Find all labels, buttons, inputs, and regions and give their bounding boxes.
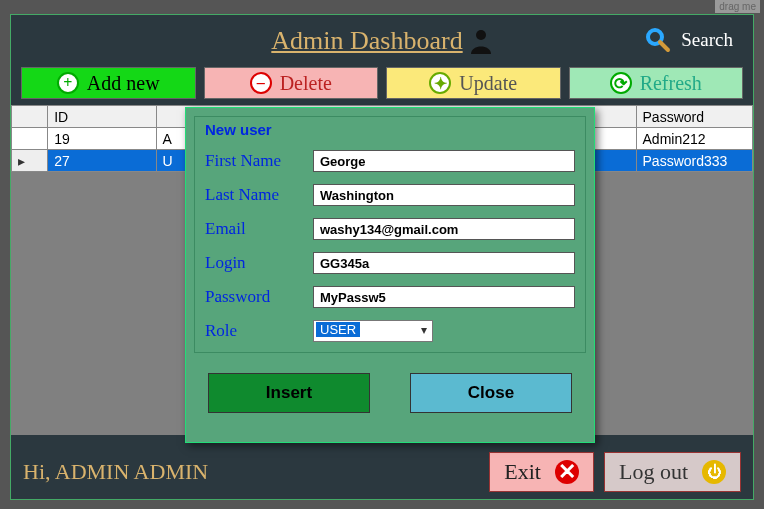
password-label: Password: [205, 287, 313, 307]
greeting-label: Hi, ADMIN ADMIN: [23, 459, 479, 485]
insert-button[interactable]: Insert: [208, 373, 370, 413]
row-selector-current[interactable]: ▸: [12, 150, 48, 172]
refresh-label: Refresh: [640, 72, 702, 95]
refresh-button[interactable]: ⟳ Refresh: [569, 67, 744, 99]
user-icon: [469, 28, 493, 54]
footer: Hi, ADMIN ADMIN Exit ✕ Log out ⏻: [11, 445, 753, 499]
svg-line-2: [660, 42, 668, 50]
logout-label: Log out: [619, 459, 688, 485]
first-name-field[interactable]: [313, 150, 575, 172]
dialog-buttons: Insert Close: [186, 361, 594, 427]
main-window: Admin Dashboard Search + Add new – Delet…: [10, 14, 754, 500]
last-name-field[interactable]: [313, 184, 575, 206]
gear-icon: ✦: [429, 72, 451, 94]
toolbar: + Add new – Delete ✦ Update ⟳ Refresh: [11, 67, 753, 105]
dialog-body: New user First Name Last Name Email Logi…: [194, 116, 586, 353]
delete-label: Delete: [280, 72, 332, 95]
plus-icon: +: [57, 72, 79, 94]
email-field[interactable]: [313, 218, 575, 240]
update-label: Update: [459, 72, 517, 95]
role-select[interactable]: USER: [313, 320, 433, 342]
role-label: Role: [205, 321, 313, 341]
id-header[interactable]: ID: [48, 106, 156, 128]
email-label: Email: [205, 219, 313, 239]
first-name-label: First Name: [205, 151, 313, 171]
row-selector-header: [12, 106, 48, 128]
svg-point-0: [476, 30, 486, 40]
close-label: Close: [468, 383, 514, 403]
login-field[interactable]: [313, 252, 575, 274]
login-label: Login: [205, 253, 313, 273]
dialog-title: New user: [205, 121, 575, 138]
insert-label: Insert: [266, 383, 312, 403]
update-button[interactable]: ✦ Update: [386, 67, 561, 99]
search-area[interactable]: Search: [645, 27, 733, 53]
new-user-dialog: New user First Name Last Name Email Logi…: [185, 107, 595, 443]
password-header[interactable]: Password: [636, 106, 752, 128]
minus-icon: –: [250, 72, 272, 94]
close-button[interactable]: Close: [410, 373, 572, 413]
title-bar: Admin Dashboard Search: [11, 15, 753, 67]
search-label: Search: [681, 29, 733, 51]
delete-button[interactable]: – Delete: [204, 67, 379, 99]
exit-label: Exit: [504, 459, 541, 485]
password-field[interactable]: [313, 286, 575, 308]
add-new-label: Add new: [87, 72, 160, 95]
cell-password[interactable]: Password333: [636, 150, 752, 172]
exit-button[interactable]: Exit ✕: [489, 452, 594, 492]
last-name-label: Last Name: [205, 185, 313, 205]
refresh-icon: ⟳: [610, 72, 632, 94]
power-icon: ⏻: [702, 460, 726, 484]
role-selected-value: USER: [316, 322, 360, 337]
drag-handle[interactable]: drag me: [715, 0, 760, 13]
row-selector[interactable]: [12, 128, 48, 150]
close-icon: ✕: [555, 460, 579, 484]
cell-id[interactable]: 19: [48, 128, 156, 150]
cell-id[interactable]: 27: [48, 150, 156, 172]
add-new-button[interactable]: + Add new: [21, 67, 196, 99]
search-icon: [645, 27, 671, 53]
cell-password[interactable]: Admin212: [636, 128, 752, 150]
page-title: Admin Dashboard: [271, 26, 462, 56]
logout-button[interactable]: Log out ⏻: [604, 452, 741, 492]
